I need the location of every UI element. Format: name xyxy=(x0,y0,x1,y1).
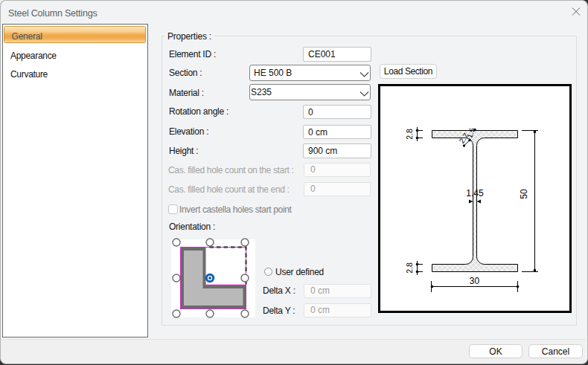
svg-text:2.8: 2.8 xyxy=(405,262,414,274)
svg-text:30: 30 xyxy=(470,276,480,286)
svg-text:50: 50 xyxy=(519,189,529,199)
svg-text:2.8: 2.8 xyxy=(405,129,414,140)
svg-text:1.45: 1.45 xyxy=(466,188,484,198)
